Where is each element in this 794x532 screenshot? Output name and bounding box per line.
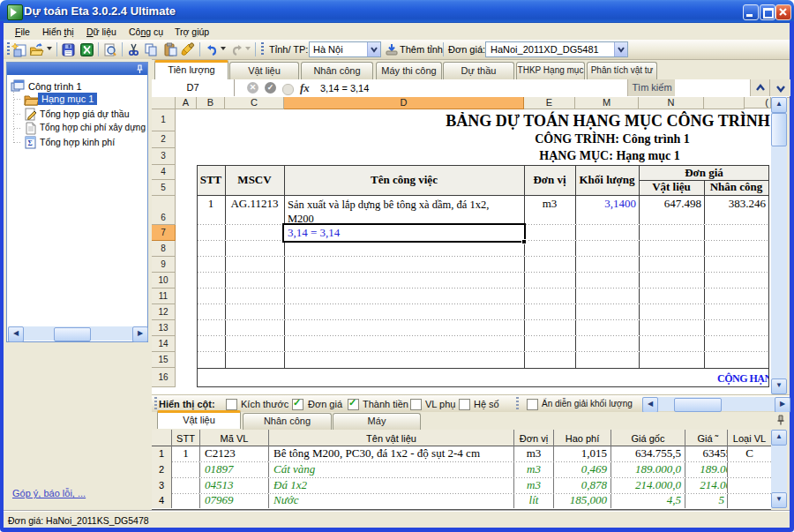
svg-text:Σ: Σ: [28, 139, 33, 147]
